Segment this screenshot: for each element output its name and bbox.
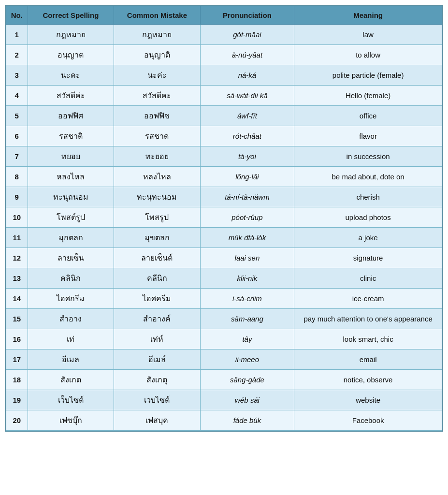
- cell-pronunciation: tá-yoi: [200, 146, 294, 167]
- cell-correct: นะคะ: [28, 65, 114, 86]
- table-row: 13คลินิกคลีนิกklii-nikclinic: [6, 268, 442, 289]
- cell-pronunciation: laai sen: [200, 248, 294, 268]
- cell-correct: ทะนุถนอม: [28, 187, 114, 207]
- cell-mistake: รสชาด: [114, 126, 200, 146]
- cell-mistake: เวบไซต์: [114, 390, 200, 410]
- cell-meaning: be mad about, dote on: [294, 167, 442, 187]
- cell-mistake: ทะนุทะนอม: [114, 187, 200, 207]
- cell-correct: กฎหมาย: [28, 25, 114, 45]
- cell-pronunciation: à-nú-yâat: [200, 45, 294, 65]
- cell-no: 10: [6, 207, 28, 228]
- cell-mistake: ลายเซ็นต์: [114, 248, 200, 268]
- cell-mistake: สังเกตุ: [114, 370, 200, 390]
- cell-correct: ลายเซ็น: [28, 248, 114, 268]
- cell-no: 7: [6, 146, 28, 167]
- main-table-container: No. Correct Spelling Common Mistake Pron…: [5, 5, 443, 432]
- cell-meaning: website: [294, 390, 442, 410]
- header-correct: Correct Spelling: [28, 6, 114, 25]
- cell-mistake: นะค่ะ: [114, 65, 200, 86]
- cell-mistake: กฎหมาย: [114, 25, 200, 45]
- cell-mistake: อนุญาติ: [114, 45, 200, 65]
- cell-mistake: สำอางค์: [114, 309, 200, 329]
- cell-pronunciation: sà-wàt-dii kâ: [200, 86, 294, 106]
- cell-no: 14: [6, 289, 28, 309]
- table-row: 8หลงไหลหลงไหลlŏng-lăibe mad about, dote …: [6, 167, 442, 187]
- cell-correct: อีเมล: [28, 349, 114, 370]
- cell-no: 9: [6, 187, 28, 207]
- cell-no: 18: [6, 370, 28, 390]
- table-row: 18สังเกตสังเกตุsăng-gàdenotice, observe: [6, 370, 442, 390]
- cell-meaning: in succession: [294, 146, 442, 167]
- cell-mistake: โพสรูป: [114, 207, 200, 228]
- cell-meaning: cherish: [294, 187, 442, 207]
- cell-meaning: Facebook: [294, 410, 442, 431]
- cell-mistake: เท่ห์: [114, 329, 200, 349]
- table-row: 20เฟซบุ๊กเฟสบุคfáde búkFacebook: [6, 410, 442, 431]
- cell-mistake: หลงไหล: [114, 167, 200, 187]
- table-row: 14ไอศกรีมไอศครีมi-sà-criimice-cream: [6, 289, 442, 309]
- cell-meaning: email: [294, 349, 442, 370]
- table-row: 2อนุญาตอนุญาติà-nú-yâatto allow: [6, 45, 442, 65]
- header-meaning: Meaning: [294, 6, 442, 25]
- table-row: 19เว็บไซต์เวบไซต์wéb sáiwebsite: [6, 390, 442, 410]
- cell-mistake: อีเมล์: [114, 349, 200, 370]
- cell-meaning: look smart, chic: [294, 329, 442, 349]
- table-row: 7ทยอยทะยอยtá-yoiin succession: [6, 146, 442, 167]
- cell-no: 1: [6, 25, 28, 45]
- cell-meaning: clinic: [294, 268, 442, 289]
- table-header-row: No. Correct Spelling Common Mistake Pron…: [6, 6, 442, 25]
- cell-mistake: มุขตลก: [114, 228, 200, 248]
- cell-no: 2: [6, 45, 28, 65]
- header-pronunciation: Pronunciation: [200, 6, 294, 25]
- cell-pronunciation: i-sà-criim: [200, 289, 294, 309]
- cell-correct: ทยอย: [28, 146, 114, 167]
- cell-correct: สังเกต: [28, 370, 114, 390]
- cell-pronunciation: múk dtà-lòk: [200, 228, 294, 248]
- cell-correct: ออฟฟิศ: [28, 106, 114, 126]
- table-row: 5ออฟฟิศออฟฟิชáwf-fítoffice: [6, 106, 442, 126]
- cell-pronunciation: săng-gàde: [200, 370, 294, 390]
- cell-mistake: คลีนิก: [114, 268, 200, 289]
- cell-meaning: ice-cream: [294, 289, 442, 309]
- cell-meaning: signature: [294, 248, 442, 268]
- cell-pronunciation: gòt-măai: [200, 25, 294, 45]
- cell-no: 8: [6, 167, 28, 187]
- cell-correct: อนุญาต: [28, 45, 114, 65]
- header-mistake: Common Mistake: [114, 6, 200, 25]
- cell-meaning: law: [294, 25, 442, 45]
- cell-mistake: เฟสบุค: [114, 410, 200, 431]
- cell-correct: สวัสดีค่ะ: [28, 86, 114, 106]
- table-row: 6รสชาติรสชาดrót-châatflavor: [6, 126, 442, 146]
- cell-correct: คลินิก: [28, 268, 114, 289]
- cell-meaning: pay much attention to one's appearance: [294, 309, 442, 329]
- table-row: 3นะคะนะค่ะná-kápolite particle (female): [6, 65, 442, 86]
- cell-correct: เท่: [28, 329, 114, 349]
- cell-meaning: polite particle (female): [294, 65, 442, 86]
- cell-no: 19: [6, 390, 28, 410]
- cell-pronunciation: lŏng-lăi: [200, 167, 294, 187]
- table-row: 1กฎหมายกฎหมายgòt-măailaw: [6, 25, 442, 45]
- cell-pronunciation: ná-ká: [200, 65, 294, 86]
- cell-meaning: flavor: [294, 126, 442, 146]
- table-row: 15สำอางสำอางค์săm-aangpay much attention…: [6, 309, 442, 329]
- cell-mistake: สวัสดีคะ: [114, 86, 200, 106]
- cell-pronunciation: tá-ní-tà-năwm: [200, 187, 294, 207]
- cell-correct: มุกตลก: [28, 228, 114, 248]
- cell-correct: หลงไหล: [28, 167, 114, 187]
- cell-correct: เว็บไซต์: [28, 390, 114, 410]
- cell-no: 13: [6, 268, 28, 289]
- cell-meaning: a joke: [294, 228, 442, 248]
- cell-pronunciation: klii-nik: [200, 268, 294, 289]
- table-row: 17อีเมลอีเมล์ii-meeoemail: [6, 349, 442, 370]
- cell-no: 3: [6, 65, 28, 86]
- header-no: No.: [6, 6, 28, 25]
- cell-meaning: office: [294, 106, 442, 126]
- cell-no: 16: [6, 329, 28, 349]
- cell-no: 20: [6, 410, 28, 431]
- cell-pronunciation: póot-rûup: [200, 207, 294, 228]
- cell-no: 6: [6, 126, 28, 146]
- cell-pronunciation: tây: [200, 329, 294, 349]
- table-row: 10โพสต์รูปโพสรูปpóot-rûupupload photos: [6, 207, 442, 228]
- cell-no: 4: [6, 86, 28, 106]
- cell-mistake: ไอศครีม: [114, 289, 200, 309]
